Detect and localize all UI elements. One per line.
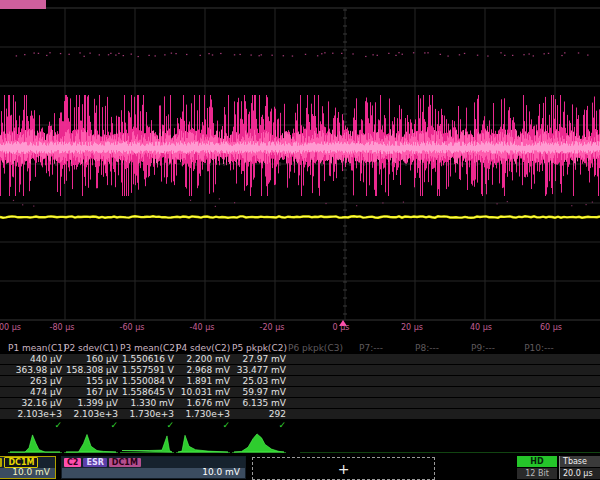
param-header-8[interactable]: P8:--- (400, 343, 454, 353)
param-value: 6.135 mV (232, 398, 286, 408)
param-value: 363.98 µV (8, 365, 62, 375)
param-value: 440 µV (8, 354, 62, 364)
param-value: 1.730e+3 (176, 409, 230, 419)
param-value: 1.558645 V (120, 387, 174, 397)
time-axis-label: -60 µs (120, 323, 145, 332)
descriptor-bar: C1 DC1M 10.0 mV C2 ESR DC1M 10.0 mV + HD… (0, 455, 600, 480)
waveform-canvas (0, 0, 600, 330)
channel-c2-descriptor[interactable]: C2 ESR DC1M 10.0 mV (61, 456, 246, 479)
param-value: 474 µV (8, 387, 62, 397)
c1-vertical-scale: 10.0 mV (12, 467, 50, 477)
param-value: 2.103e+3 (8, 409, 62, 419)
channel-c1-descriptor[interactable]: C1 DC1M 10.0 mV (0, 456, 56, 479)
param-value: 25.03 mV (232, 376, 286, 386)
param-value: 292 (232, 409, 286, 419)
param-value: 1.330 mV (120, 398, 174, 408)
param-value: 59.97 mV (232, 387, 286, 397)
param-value: 32.16 µV (8, 398, 62, 408)
measurement-table: P1 mean(C1)P2 sdev(C1)P3 mean(C2)P4 sdev… (0, 342, 600, 430)
param-value: 2.103e+3 (64, 409, 118, 419)
param-header-9[interactable]: P9:--- (456, 343, 510, 353)
param-header-2[interactable]: P2 sdev(C1) (64, 343, 118, 353)
param-status-check-icon: ✓ (64, 420, 118, 430)
table-row: 474 µV167 µV1.558645 V10.031 mV59.97 mV (0, 387, 600, 397)
param-header-5[interactable]: P5 pkpk(C2) (232, 343, 286, 353)
table-row: 440 µV160 µV1.550616 V2.200 mV27.97 mV (0, 354, 600, 364)
time-axis-label: -100 µs (0, 323, 21, 332)
time-axis-label: 20 µs (401, 323, 423, 332)
param-status-check-icon: ✓ (232, 420, 286, 430)
param-value: 27.97 mV (232, 354, 286, 364)
time-axis-label: -80 µs (50, 323, 75, 332)
oscilloscope-screen: -100 µs-80 µs-60 µs-40 µs-20 µs0 µs20 µs… (0, 0, 600, 480)
param-value: 1.557591 V (120, 365, 174, 375)
param-header-10[interactable]: P10:--- (512, 343, 566, 353)
param-value: 1.730e+3 (120, 409, 174, 419)
histicon-p5[interactable] (234, 434, 284, 452)
c2-vertical-scale: 10.0 mV (202, 467, 240, 477)
time-axis: -100 µs-80 µs-60 µs-40 µs-20 µs0 µs20 µs… (0, 320, 600, 340)
param-header-1[interactable]: P1 mean(C1) (8, 343, 62, 353)
table-row: 32.16 µV1.399 µV1.330 mV1.676 mV6.135 mV (0, 398, 600, 408)
param-value: 263 µV (8, 376, 62, 386)
waveform-grid (0, 0, 600, 330)
timebase-descriptor[interactable]: Tbase 20.0 µs (559, 456, 600, 479)
param-value: 160 µV (64, 354, 118, 364)
timebase-title: Tbase (560, 456, 600, 467)
param-value: 1.676 mV (176, 398, 230, 408)
param-header-7[interactable]: P7:--- (344, 343, 398, 353)
timebase-scale: 20.0 µs (560, 468, 600, 479)
param-status-check-icon: ✓ (176, 420, 230, 430)
time-axis-label: -20 µs (260, 323, 285, 332)
plus-icon: + (338, 461, 350, 477)
param-value: 2.968 mV (176, 365, 230, 375)
param-status-check-icon: ✓ (120, 420, 174, 430)
hd-bits-label: 12 Bit (517, 468, 557, 479)
param-header-6[interactable]: P6 pkpk(C3) (288, 343, 342, 353)
histicon-p2[interactable] (66, 435, 116, 453)
param-value: 33.477 mV (232, 365, 286, 375)
histicon-row (0, 430, 600, 456)
time-axis-label: 60 µs (540, 323, 562, 332)
hd-mode-badge[interactable]: HD (517, 456, 557, 467)
top-left-status-badge (0, 0, 46, 9)
param-value: 155 µV (64, 376, 118, 386)
param-value: 1.891 mV (176, 376, 230, 386)
time-axis-label: 40 µs (470, 323, 492, 332)
c2-coupling-badge: DC1M (109, 458, 141, 467)
param-value: 1.550616 V (120, 354, 174, 364)
param-status-check-icon: ✓ (8, 420, 62, 430)
param-value: 167 µV (64, 387, 118, 397)
c1-label-chip: C1 (0, 458, 2, 467)
time-axis-label: -40 µs (190, 323, 215, 332)
add-trace-button[interactable]: + (252, 457, 435, 480)
param-value: 1.399 µV (64, 398, 118, 408)
table-row: 363.98 µV158.308 µV1.557591 V2.968 mV33.… (0, 365, 600, 375)
param-value: 158.308 µV (64, 365, 118, 375)
c2-label-chip: C2 (64, 458, 81, 467)
table-row: ✓✓✓✓✓ (0, 420, 600, 430)
param-value: 10.031 mV (176, 387, 230, 397)
param-value: 1.550084 V (120, 376, 174, 386)
histicon-p1[interactable] (10, 435, 60, 452)
table-row: 263 µV155 µV1.550084 V1.891 mV25.03 mV (0, 376, 600, 386)
table-row: 2.103e+32.103e+31.730e+31.730e+3292 (0, 409, 600, 419)
param-header-4[interactable]: P4 sdev(C2) (176, 343, 230, 353)
time-axis-label: 0 µs (333, 323, 350, 332)
c2-esr-badge: ESR (83, 458, 106, 467)
param-value: 2.200 mV (176, 354, 230, 364)
histicon-p4[interactable] (178, 435, 228, 452)
histicon-p3[interactable] (122, 436, 172, 452)
table-row: P1 mean(C1)P2 sdev(C1)P3 mean(C2)P4 sdev… (0, 343, 600, 353)
param-header-3[interactable]: P3 mean(C2) (120, 343, 174, 353)
